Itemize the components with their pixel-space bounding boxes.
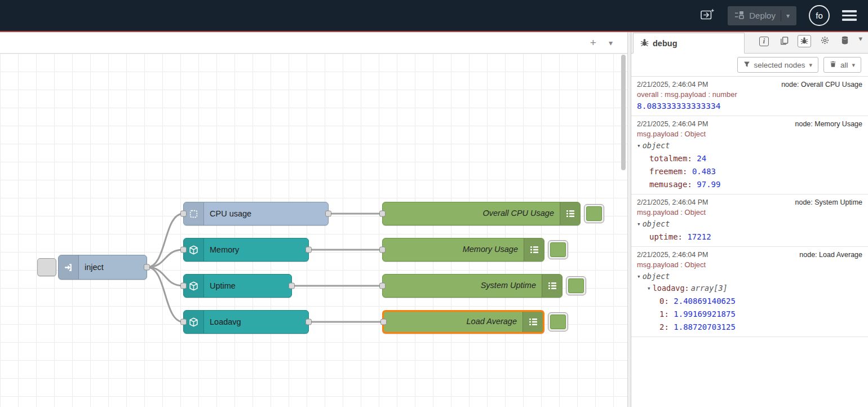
workspace-tab-bar: + ▾ <box>0 32 627 54</box>
debug-list-icon <box>524 238 544 261</box>
debug-enable-toggle[interactable] <box>548 312 568 331</box>
tab-context-button[interactable] <box>838 35 852 47</box>
funnel-icon <box>743 61 750 69</box>
docs-icon <box>780 36 789 47</box>
node-cpu-usage[interactable]: CPU usage <box>183 202 329 225</box>
output-port[interactable] <box>305 247 312 253</box>
debug-clear-button[interactable]: all ▾ <box>823 57 861 73</box>
node-label: CPU usage <box>210 202 324 225</box>
node-debug-load-average[interactable]: Load Average <box>382 310 544 334</box>
debug-enable-toggle[interactable] <box>548 240 568 259</box>
input-port[interactable] <box>180 319 187 325</box>
trash-icon <box>830 60 836 69</box>
collapse-caret-icon[interactable]: ▾ <box>637 273 641 280</box>
open-editor-button[interactable] <box>700 8 715 24</box>
sidebar-menu-caret-icon[interactable]: ▾ <box>858 34 862 48</box>
node-label: Memory Usage <box>388 238 518 261</box>
node-label: Uptime <box>210 275 287 297</box>
collapse-caret-icon[interactable]: ▾ <box>637 142 641 149</box>
message-timestamp: 2/21/2025, 2:46:04 PM <box>637 198 708 206</box>
output-port[interactable] <box>325 211 331 217</box>
message-meta: msg.payload : Object <box>637 208 862 216</box>
input-port[interactable] <box>379 283 386 289</box>
input-port[interactable] <box>379 211 386 217</box>
input-port[interactable] <box>180 211 187 217</box>
server-cube-icon <box>184 275 204 297</box>
info-icon: i <box>759 37 769 46</box>
debug-message[interactable]: 2/21/2025, 2:46:04 PM node: System Uptim… <box>631 194 868 247</box>
deploy-label: Deploy <box>749 11 776 20</box>
output-port[interactable] <box>289 283 295 289</box>
node-debug-memory-usage[interactable]: Memory Usage <box>382 238 544 262</box>
message-node-ref: node: Overall CPU Usage <box>781 81 862 89</box>
sidebar-tab-bar: debug i <box>631 32 868 54</box>
sidebar-icon-row: i <box>757 34 868 53</box>
debug-message-list: 2/21/2025, 2:46:04 PM node: Overall CPU … <box>631 77 868 407</box>
collapse-caret-icon[interactable]: ▾ <box>637 220 641 228</box>
message-timestamp: 2/21/2025, 2:46:04 PM <box>637 251 708 259</box>
scrollbar-thumb[interactable] <box>621 55 626 170</box>
bug-icon <box>800 37 808 46</box>
clear-label: all <box>840 61 848 69</box>
input-port[interactable] <box>380 319 387 325</box>
node-label: inject <box>85 255 142 279</box>
tab-debug[interactable]: debug <box>633 33 745 54</box>
hamburger-icon <box>842 10 857 12</box>
debug-enable-toggle[interactable] <box>566 276 586 295</box>
debug-list-icon <box>522 312 543 332</box>
tab-help-button[interactable] <box>777 35 791 47</box>
node-debug-overall-cpu-usage[interactable]: Overall CPU Usage <box>382 202 581 225</box>
array-item: 21.88720703125 <box>637 322 862 331</box>
output-port[interactable] <box>305 319 312 325</box>
bug-icon <box>640 38 649 48</box>
flow-canvas[interactable]: inject CPU usage <box>0 54 627 407</box>
node-uptime[interactable]: Uptime <box>183 274 292 298</box>
tab-info-button[interactable]: i <box>757 35 770 47</box>
inject-arrow-icon <box>59 255 79 279</box>
inject-trigger-button[interactable] <box>37 258 56 276</box>
node-memory[interactable]: Memory <box>183 238 309 262</box>
deploy-icon <box>734 11 744 21</box>
input-port[interactable] <box>379 247 386 253</box>
debug-filter-button[interactable]: selected nodes ▾ <box>737 57 818 73</box>
sidebar-resizer[interactable] <box>627 32 631 407</box>
hamburger-menu-button[interactable] <box>842 10 857 21</box>
deploy-caret-icon[interactable]: ▾ <box>786 12 790 20</box>
tab-debug-button[interactable] <box>798 35 811 47</box>
message-meta: msg.payload : Object <box>637 130 862 138</box>
message-node-ref: node: Memory Usage <box>795 120 862 128</box>
node-debug-system-uptime[interactable]: System Uptime <box>382 274 563 298</box>
collapse-caret-icon[interactable]: ▾ <box>647 285 651 292</box>
input-port[interactable] <box>180 283 187 289</box>
filter-label: selected nodes <box>754 61 805 69</box>
node-red-app: Deploy ▾ fo + ▾ <box>0 0 868 407</box>
user-avatar[interactable]: fo <box>809 5 830 26</box>
message-node-ref: node: Load Average <box>799 251 862 259</box>
node-label: System Uptime <box>388 275 536 297</box>
deploy-separator <box>781 10 781 21</box>
message-value: 8.083333333333334 <box>637 101 862 110</box>
tab-debug-label: debug <box>653 39 677 48</box>
add-flow-button[interactable]: + <box>590 37 596 48</box>
input-port[interactable] <box>180 247 187 253</box>
debug-enable-toggle[interactable] <box>584 204 604 223</box>
editor-window-icon <box>700 8 715 24</box>
output-port[interactable] <box>144 264 150 271</box>
debug-toolbar: selected nodes ▾ all ▾ <box>631 54 868 77</box>
flow-wires[interactable] <box>0 54 627 407</box>
array-type-label: array[3] <box>691 284 728 293</box>
node-inject[interactable]: inject <box>58 255 147 280</box>
tab-config-button[interactable] <box>818 35 831 47</box>
object-property: freemem0.483 <box>637 167 862 176</box>
debug-message[interactable]: 2/21/2025, 2:46:04 PM node: Memory Usage… <box>631 116 868 194</box>
debug-message[interactable]: 2/21/2025, 2:46:04 PM node: Overall CPU … <box>631 77 868 116</box>
node-loadavg[interactable]: Loadavg <box>183 310 309 334</box>
deploy-button[interactable]: Deploy ▾ <box>728 6 796 25</box>
flow-list-caret-icon[interactable]: ▾ <box>609 39 613 47</box>
debug-message[interactable]: 2/21/2025, 2:46:04 PM node: Load Average… <box>631 247 868 337</box>
debug-list-icon <box>542 275 562 297</box>
array-item: 11.99169921875 <box>637 309 862 318</box>
canvas-vertical-scrollbar[interactable] <box>621 55 626 407</box>
debug-list-icon <box>560 202 580 225</box>
header-bar: Deploy ▾ fo <box>0 0 868 32</box>
